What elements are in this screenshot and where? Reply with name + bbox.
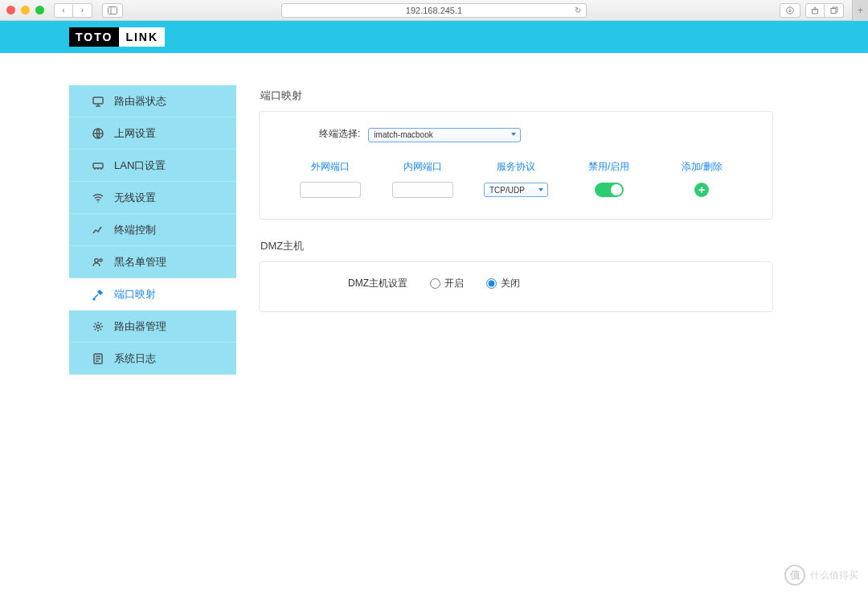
main-content: 端口映射 终端选择: imatch-macbook 外网端口 内网端口 服务协议… <box>259 85 773 375</box>
page-body: 路由器状态 上网设置 LAN口设置 无线设置 终端控制 黑名单管理 端口映射 <box>0 53 868 375</box>
dmz-radio-on[interactable]: 开启 <box>430 277 464 290</box>
sidebar-item-lan-settings[interactable]: LAN口设置 <box>69 150 236 182</box>
tools-icon <box>92 288 104 301</box>
sidebar-item-label: 上网设置 <box>114 126 156 141</box>
sidebar-item-label: 黑名单管理 <box>114 255 166 269</box>
sidebar-item-blacklist[interactable]: 黑名单管理 <box>69 246 236 278</box>
new-tab-button[interactable]: + <box>852 0 868 21</box>
protocol-select[interactable]: TCP/UDP <box>484 183 548 197</box>
section-title-dmz: DMZ主机 <box>260 239 773 253</box>
svg-point-8 <box>97 201 99 203</box>
dmz-radio-on-input[interactable] <box>430 278 440 289</box>
watermark: 值 什么值得买 <box>784 565 858 586</box>
add-rule-button[interactable]: + <box>694 183 709 197</box>
header-enable: 禁用/启用 <box>563 160 656 174</box>
downloads-button[interactable] <box>780 3 800 18</box>
logo-right: LINK <box>119 27 165 47</box>
terminal-select-row: 终端选择: imatch-macbook <box>319 126 756 142</box>
sidebar-item-label: 路由器状态 <box>114 94 166 109</box>
url-text: 192.168.245.1 <box>406 6 462 15</box>
terminal-select[interactable]: imatch-macbook <box>368 128 521 142</box>
dmz-radio-off-label: 关闭 <box>501 277 520 290</box>
sidebar-item-label: 系统日志 <box>114 352 156 366</box>
brand-logo: TOTO LINK <box>69 27 165 47</box>
sidebar-item-label: 路由器管理 <box>114 319 166 334</box>
svg-rect-0 <box>108 6 117 14</box>
minimize-window-icon[interactable] <box>21 6 30 14</box>
port-mapping-row: TCP/UDP + <box>276 182 756 198</box>
sidebar-item-label: 端口映射 <box>114 287 156 302</box>
section-title-port-mapping: 端口映射 <box>260 88 773 103</box>
lan-icon <box>92 159 104 172</box>
log-icon <box>92 352 104 365</box>
sidebar-icon <box>108 6 117 14</box>
monitor-icon <box>92 95 104 108</box>
sidebar-item-label: 终端控制 <box>114 223 156 237</box>
dmz-setting-row: DMZ主机设置 开启 关闭 <box>348 277 756 290</box>
back-button[interactable]: ‹ <box>54 3 73 18</box>
browser-toolbar: ‹ › 192.168.245.1 ↻ + <box>0 0 868 21</box>
header-protocol: 服务协议 <box>469 160 563 174</box>
enable-toggle[interactable] <box>595 183 624 197</box>
sidebar-item-label: LAN口设置 <box>114 158 166 173</box>
external-port-input[interactable] <box>300 182 361 198</box>
terminal-select-label: 终端选择: <box>319 127 360 141</box>
tabs-button[interactable] <box>825 3 844 18</box>
sidebar-toggle-button[interactable] <box>102 3 123 18</box>
sidebar-item-terminal-control[interactable]: 终端控制 <box>69 214 236 246</box>
download-icon <box>786 6 794 14</box>
chart-icon <box>92 224 104 236</box>
svg-point-9 <box>95 258 98 261</box>
address-bar[interactable]: 192.168.245.1 ↻ <box>281 3 587 18</box>
window-controls <box>6 6 44 14</box>
toolbar-right: + <box>775 0 862 21</box>
share-button[interactable] <box>805 3 825 18</box>
site-header: TOTO LINK <box>0 21 868 53</box>
dmz-radio-off[interactable]: 关闭 <box>486 277 520 290</box>
header-external-port: 外网端口 <box>284 160 377 174</box>
dmz-radio-on-label: 开启 <box>444 277 464 290</box>
wifi-icon <box>92 191 104 204</box>
reload-icon[interactable]: ↻ <box>575 6 581 14</box>
svg-rect-4 <box>831 8 836 13</box>
watermark-text: 什么值得买 <box>810 569 858 582</box>
svg-point-11 <box>96 325 100 328</box>
port-mapping-card: 终端选择: imatch-macbook 外网端口 内网端口 服务协议 禁用/启… <box>259 111 773 220</box>
share-icon <box>811 6 819 14</box>
sidebar-item-port-mapping[interactable]: 端口映射 <box>69 278 236 310</box>
sidebar-item-router-management[interactable]: 路由器管理 <box>69 310 236 343</box>
sidebar: 路由器状态 上网设置 LAN口设置 无线设置 终端控制 黑名单管理 端口映射 <box>69 85 236 375</box>
svg-point-10 <box>100 258 102 261</box>
internal-port-input[interactable] <box>392 182 453 198</box>
sidebar-item-internet-settings[interactable]: 上网设置 <box>69 117 236 150</box>
nav-buttons: ‹ › <box>54 3 92 18</box>
close-window-icon[interactable] <box>6 6 15 14</box>
header-action: 添加/删除 <box>655 160 748 174</box>
port-mapping-headers: 外网端口 内网端口 服务协议 禁用/启用 添加/删除 <box>276 160 756 174</box>
svg-rect-5 <box>93 97 103 104</box>
svg-rect-7 <box>93 163 103 168</box>
sidebar-item-router-status[interactable]: 路由器状态 <box>69 85 236 117</box>
dmz-radio-off-input[interactable] <box>486 278 497 289</box>
logo-left: TOTO <box>69 27 119 47</box>
users-icon <box>92 256 104 269</box>
maximize-window-icon[interactable] <box>35 6 44 14</box>
watermark-icon: 值 <box>784 565 805 586</box>
dmz-card: DMZ主机设置 开启 关闭 <box>259 261 773 312</box>
globe-icon <box>92 127 104 140</box>
tabs-icon <box>830 6 838 14</box>
dmz-setting-label: DMZ主机设置 <box>348 277 407 290</box>
sidebar-item-system-log[interactable]: 系统日志 <box>69 343 236 375</box>
gear-icon <box>92 320 104 333</box>
sidebar-item-wireless-settings[interactable]: 无线设置 <box>69 182 236 214</box>
forward-button[interactable]: › <box>73 3 92 18</box>
header-internal-port: 内网端口 <box>377 160 470 174</box>
sidebar-item-label: 无线设置 <box>114 191 156 205</box>
